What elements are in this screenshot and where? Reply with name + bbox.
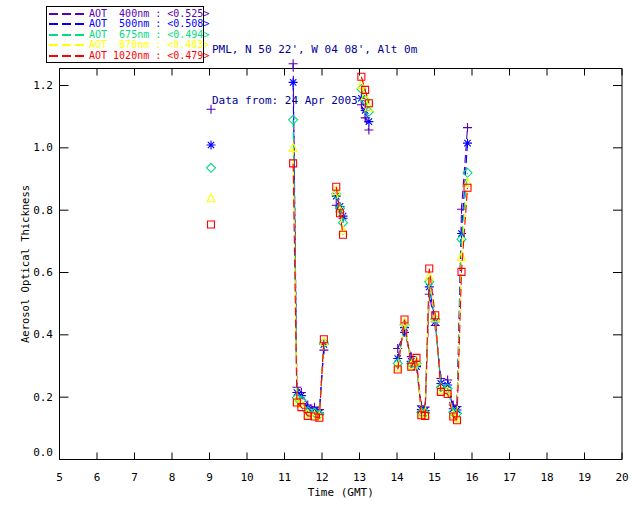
y-tick-label: 1.0 [33,141,53,154]
marker-AOT-400nm [463,123,472,132]
legend-key-marker-AOT-1020nm [208,221,215,228]
x-tick-label: 6 [94,471,101,484]
legend-box: AOT 400nm : <0.525>AOT 500nm : <0.508>AO… [46,6,204,63]
marker-AOT-500nm [463,139,472,148]
legend-entry-400nm: AOT 400nm : <0.525> [47,9,203,19]
x-tick-label: 8 [169,471,176,484]
x-tick-label: 17 [503,471,516,484]
data-date-text: Data from: 24 Apr 2003 [212,92,417,109]
legend-entry-870nm: AOT 870nm : <0.483> [47,40,203,50]
legend-label: AOT 400nm : <0.525> [89,9,209,19]
series-line-AOT-675nm [293,120,324,415]
x-tick-label: 12 [315,471,328,484]
x-tick-label: 5 [56,471,63,484]
x-tick-label: 20 [615,471,628,484]
station-location-text: PML, N 50 22', W 04 08', Alt 0m [212,41,417,58]
series-line-AOT-870nm [293,148,324,416]
legend-entry-1020nm: AOT 1020nm : <0.479> [47,51,203,61]
aot-plot-page: 5678910111213141516171819200.00.20.40.60… [0,0,640,512]
legend-entry-675nm: AOT 675nm : <0.494> [47,30,203,40]
legend-key-marker-AOT-675nm [207,163,216,172]
x-tick-label: 16 [465,471,478,484]
y-tick-label: 0.6 [33,266,53,279]
y-tick-label: 0.8 [33,204,53,217]
x-tick-label: 13 [353,471,366,484]
legend-dash-line-870nm [49,44,85,46]
x-tick-label: 11 [278,471,291,484]
legend-label: AOT 1020nm : <0.479> [89,51,209,61]
legend-dash-line-400nm [49,13,85,15]
legend-key-marker-AOT-870nm [207,194,215,202]
legend-dash-line-675nm [49,34,85,36]
legend-label: AOT 870nm : <0.483> [89,40,209,50]
x-axis-title: Time (GMT) [308,486,374,499]
station-header: PML, N 50 22', W 04 08', Alt 0m Data fro… [212,7,417,143]
y-tick-label: 1.2 [33,79,53,92]
x-tick-label: 14 [390,471,404,484]
series-line-AOT-1020nm [293,163,324,417]
legend-dash-line-1020nm [49,55,85,57]
x-tick-label: 18 [540,471,553,484]
x-tick-label: 19 [578,471,591,484]
legend-label: AOT 675nm : <0.494> [89,30,209,40]
legend-label: AOT 500nm : <0.508> [89,19,209,29]
x-tick-label: 7 [131,471,138,484]
x-tick-label: 9 [206,471,213,484]
y-axis-title: Aerosol Optical Thickness [19,185,31,343]
x-tick-label: 15 [428,471,441,484]
y-tick-label: 0.0 [33,446,53,459]
legend-dash-line-500nm [49,23,85,25]
x-tick-label: 10 [240,471,253,484]
legend-entry-500nm: AOT 500nm : <0.508> [47,19,203,29]
y-tick-label: 0.2 [33,391,53,404]
y-tick-label: 0.4 [33,328,53,341]
